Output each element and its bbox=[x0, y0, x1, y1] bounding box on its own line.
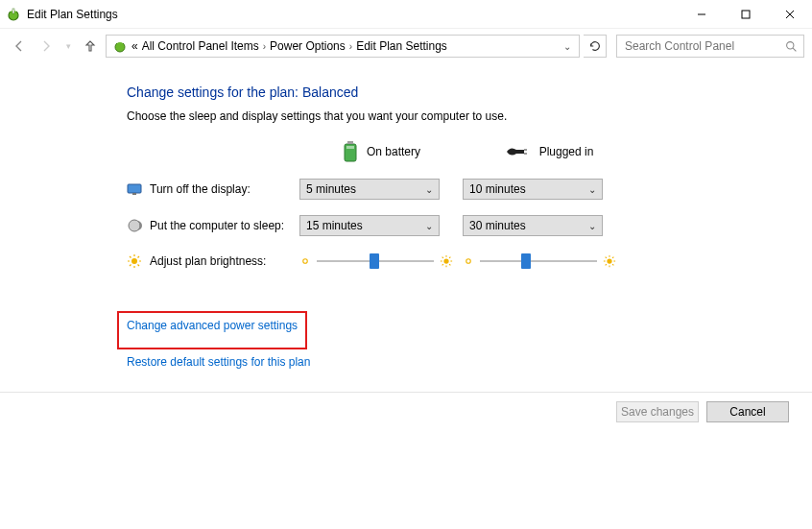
svg-line-8 bbox=[793, 48, 796, 51]
breadcrumb-item[interactable]: Power Options bbox=[270, 39, 346, 53]
row-display-label: Turn off the display: bbox=[150, 182, 251, 196]
display-plugged-select[interactable]: 10 minutes ⌄ bbox=[463, 179, 603, 200]
save-button: Save changes bbox=[616, 401, 699, 422]
svg-point-17 bbox=[131, 258, 137, 264]
svg-rect-3 bbox=[742, 11, 750, 18]
svg-line-42 bbox=[606, 257, 607, 258]
svg-line-32 bbox=[442, 257, 443, 258]
breadcrumb[interactable]: « All Control Panel Items › Power Option… bbox=[106, 35, 580, 58]
svg-line-23 bbox=[138, 265, 140, 267]
chevron-down-icon: ⌄ bbox=[588, 221, 596, 231]
window-title: Edit Plan Settings bbox=[27, 8, 118, 21]
col-plugged-label: Plugged in bbox=[539, 145, 594, 158]
settings-grid: On battery Plugged in Turn off the displ… bbox=[127, 140, 812, 271]
svg-rect-13 bbox=[524, 153, 527, 155]
svg-line-25 bbox=[130, 265, 131, 267]
app-icon bbox=[6, 7, 21, 22]
svg-point-37 bbox=[607, 258, 611, 263]
display-icon bbox=[127, 181, 142, 197]
up-button[interactable] bbox=[79, 35, 102, 58]
row-sleep-label: Put the computer to sleep: bbox=[150, 219, 284, 232]
svg-line-24 bbox=[138, 256, 140, 258]
links-section: Change advanced power settings Restore d… bbox=[127, 311, 812, 378]
advanced-settings-link[interactable]: Change advanced power settings bbox=[127, 319, 298, 332]
svg-rect-1 bbox=[12, 9, 14, 13]
title-bar: Edit Plan Settings bbox=[0, 0, 812, 29]
chevron-right-icon: › bbox=[263, 41, 266, 52]
svg-rect-10 bbox=[347, 141, 353, 144]
sleep-plugged-select[interactable]: 30 minutes ⌄ bbox=[463, 215, 603, 236]
sun-dim-icon bbox=[299, 255, 311, 267]
search-input[interactable] bbox=[623, 38, 776, 54]
plug-icon bbox=[505, 144, 532, 159]
page-subtext: Choose the sleep and display settings th… bbox=[127, 109, 812, 123]
svg-line-33 bbox=[449, 264, 450, 265]
svg-rect-11 bbox=[346, 146, 354, 149]
sleep-icon bbox=[127, 218, 142, 233]
nav-row: ▾ « All Control Panel Items › Power Opti… bbox=[0, 29, 812, 63]
maximize-button[interactable] bbox=[724, 0, 768, 29]
svg-line-43 bbox=[612, 264, 613, 265]
sun-bright-icon bbox=[440, 254, 453, 268]
back-button[interactable] bbox=[8, 35, 31, 58]
power-icon bbox=[112, 38, 128, 54]
svg-line-34 bbox=[449, 257, 450, 258]
svg-point-7 bbox=[787, 41, 794, 48]
svg-rect-14 bbox=[128, 184, 141, 193]
refresh-button[interactable] bbox=[584, 35, 607, 58]
breadcrumb-item[interactable]: Edit Plan Settings bbox=[356, 39, 447, 53]
breadcrumb-prefix: « bbox=[131, 39, 138, 53]
close-button[interactable] bbox=[768, 0, 812, 29]
brightness-plugged-slider[interactable] bbox=[480, 252, 597, 271]
brightness-icon bbox=[127, 253, 142, 269]
recent-dropdown[interactable]: ▾ bbox=[61, 35, 75, 58]
sleep-battery-select[interactable]: 15 minutes ⌄ bbox=[299, 215, 440, 236]
svg-line-35 bbox=[442, 264, 443, 265]
minimize-button[interactable] bbox=[680, 0, 724, 29]
chevron-right-icon: › bbox=[349, 41, 352, 52]
col-battery-label: On battery bbox=[367, 145, 420, 158]
content: Change settings for the plan: Balanced C… bbox=[0, 63, 812, 378]
chevron-down-icon: ⌄ bbox=[425, 184, 433, 195]
footer: Save changes Cancel bbox=[616, 401, 789, 422]
svg-point-27 bbox=[443, 258, 448, 263]
display-battery-select[interactable]: 5 minutes ⌄ bbox=[299, 179, 440, 200]
divider bbox=[0, 392, 812, 393]
restore-defaults-link[interactable]: Restore default settings for this plan bbox=[127, 355, 310, 369]
page-heading: Change settings for the plan: Balanced bbox=[127, 84, 812, 100]
svg-point-36 bbox=[466, 259, 471, 264]
svg-line-45 bbox=[606, 264, 607, 265]
cancel-button[interactable]: Cancel bbox=[706, 401, 789, 422]
sun-bright-icon bbox=[603, 254, 616, 268]
breadcrumb-item[interactable]: All Control Panel Items bbox=[142, 39, 259, 53]
svg-line-22 bbox=[130, 256, 131, 258]
brightness-battery-slider[interactable] bbox=[317, 252, 434, 271]
breadcrumb-dropdown[interactable]: ⌄ bbox=[561, 41, 573, 52]
battery-icon bbox=[342, 140, 359, 163]
svg-line-44 bbox=[612, 257, 613, 258]
chevron-down-icon: ⌄ bbox=[588, 184, 596, 195]
sun-dim-icon bbox=[463, 255, 474, 267]
search-box[interactable] bbox=[616, 35, 804, 58]
svg-rect-12 bbox=[524, 149, 527, 151]
svg-rect-15 bbox=[132, 193, 136, 195]
search-icon bbox=[785, 40, 798, 53]
highlight-annotation: Change advanced power settings bbox=[117, 311, 307, 349]
chevron-down-icon: ⌄ bbox=[425, 221, 433, 231]
forward-button[interactable] bbox=[35, 35, 58, 58]
svg-point-26 bbox=[303, 259, 308, 264]
row-brightness-label: Adjust plan brightness: bbox=[150, 254, 266, 268]
